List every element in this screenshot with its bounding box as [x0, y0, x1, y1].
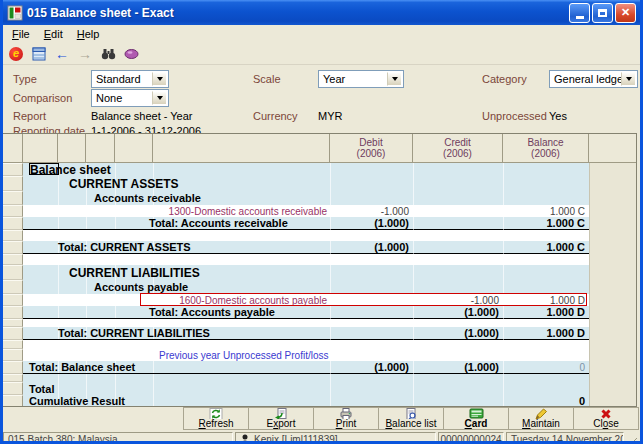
description-cell[interactable] [23, 254, 330, 265]
credit-cell[interactable] [413, 191, 503, 205]
table-row[interactable]: Total: CURRENT LIABILITIES(1.000)1.000 D [3, 327, 636, 340]
balance-cell[interactable] [503, 374, 589, 382]
balance-cell[interactable]: 1.000 C [503, 241, 589, 254]
row-header-cell[interactable] [3, 382, 23, 395]
balance-column-header[interactable]: Balance(2006) [503, 134, 589, 162]
debit-cell[interactable] [330, 349, 413, 361]
table-row[interactable]: Previous year Unprocessed Profit/loss [3, 349, 636, 361]
chevron-down-icon[interactable] [387, 72, 402, 86]
refresh-button[interactable]: Refresh [183, 407, 249, 430]
table-row[interactable]: Total [3, 382, 636, 395]
balance-cell[interactable] [503, 265, 589, 280]
row-header-cell[interactable] [3, 340, 23, 349]
row-header-cell[interactable] [3, 294, 23, 306]
credit-cell[interactable] [413, 217, 503, 230]
row-header-cell[interactable] [3, 361, 23, 374]
scale-select[interactable]: Year [318, 70, 404, 88]
description-cell[interactable]: CURRENT LIABILITIES [23, 265, 330, 280]
description-cell[interactable]: Accounts receivable [23, 191, 330, 205]
maximize-button[interactable] [592, 3, 613, 23]
debit-cell[interactable] [330, 254, 413, 265]
balance-cell[interactable] [503, 280, 589, 294]
credit-cell[interactable] [413, 280, 503, 294]
credit-cell[interactable] [413, 254, 503, 265]
balance-cell[interactable] [503, 191, 589, 205]
type-select[interactable]: Standard [91, 70, 169, 88]
row-header-cell[interactable] [3, 327, 23, 340]
table-row[interactable]: Accounts payable [3, 280, 636, 294]
description-cell[interactable]: 1300-Domestic accounts receivable [23, 205, 330, 217]
comparison-select[interactable]: None [91, 89, 169, 107]
credit-cell[interactable] [413, 265, 503, 280]
table-row[interactable] [3, 374, 636, 382]
debit-cell[interactable] [330, 306, 413, 319]
debit-cell[interactable] [330, 191, 413, 205]
resize-grip[interactable] [626, 432, 638, 444]
description-cell[interactable]: Cumulative Result [23, 395, 330, 407]
debit-cell[interactable] [330, 382, 413, 395]
table-row[interactable]: Total: Accounts receivable(1.000)1.000 C [3, 217, 636, 230]
balance-cell[interactable] [503, 340, 589, 349]
description-cell[interactable]: Total: CURRENT ASSETS [23, 241, 330, 254]
row-header-cell[interactable] [3, 254, 23, 265]
balance-cell[interactable]: 1.000 D [503, 306, 589, 319]
credit-cell[interactable]: (1.000) [413, 327, 503, 340]
row-header-cell[interactable] [3, 280, 23, 294]
balance-cell[interactable] [503, 176, 589, 191]
description-cell[interactable]: CURRENT ASSETS [23, 176, 330, 191]
debit-cell[interactable] [330, 319, 413, 327]
back-icon[interactable]: ← [53, 45, 71, 63]
credit-cell[interactable] [413, 163, 503, 176]
balance-list-button[interactable]: Balance list [378, 407, 444, 430]
credit-cell[interactable] [413, 230, 503, 241]
table-row[interactable] [3, 230, 636, 241]
close-button[interactable]: Close [573, 407, 639, 430]
row-header-cell[interactable] [3, 319, 23, 327]
row-header-cell[interactable] [3, 395, 23, 407]
chevron-down-icon[interactable] [152, 72, 167, 86]
balance-cell[interactable]: 1.000 C [503, 205, 589, 217]
exact-logo-icon[interactable]: e [7, 45, 25, 63]
debit-cell[interactable]: (1.000) [330, 361, 413, 374]
debit-cell[interactable] [330, 327, 413, 340]
row-header-cell[interactable] [3, 374, 23, 382]
table-row[interactable]: Total: Balance sheet(1.000)(1.000)0 [3, 361, 636, 374]
table-row[interactable] [3, 319, 636, 327]
debit-cell[interactable] [330, 265, 413, 280]
description-cell[interactable] [23, 340, 330, 349]
debit-cell[interactable] [330, 395, 413, 407]
balance-cell[interactable] [503, 319, 589, 327]
debit-cell[interactable] [330, 230, 413, 241]
description-cell[interactable]: Total: Accounts receivable [23, 217, 330, 230]
print-button[interactable]: Print [313, 407, 379, 430]
description-cell[interactable] [23, 230, 330, 241]
table-row[interactable]: Balance sheet [3, 163, 636, 176]
debit-cell[interactable] [330, 374, 413, 382]
table-row[interactable]: CURRENT ASSETS [3, 176, 636, 191]
card-button[interactable]: Card [443, 407, 509, 430]
table-row[interactable]: Total: CURRENT ASSETS(1.000)1.000 C [3, 241, 636, 254]
balance-cell[interactable]: 1.000 D [503, 327, 589, 340]
minimize-button[interactable] [569, 3, 590, 23]
credit-cell[interactable] [413, 241, 503, 254]
table-row[interactable] [3, 340, 636, 349]
credit-cell[interactable]: (1.000) [413, 306, 503, 319]
table-row[interactable]: CURRENT LIABILITIES [3, 265, 636, 280]
description-cell[interactable]: Total: Accounts payable [23, 306, 330, 319]
balance-cell[interactable] [503, 254, 589, 265]
grid-list-icon[interactable] [30, 45, 48, 63]
table-row[interactable]: 1600-Domestic accounts payable-1.0001.00… [3, 294, 636, 306]
balance-cell[interactable] [503, 349, 589, 361]
credit-cell[interactable] [413, 319, 503, 327]
menu-item-edit[interactable]: Edit [37, 27, 70, 41]
debit-cell[interactable]: (1.000) [330, 241, 413, 254]
category-select[interactable]: General ledger [549, 70, 638, 88]
balance-cell[interactable]: 0 [503, 395, 589, 407]
description-cell[interactable]: Total [23, 382, 330, 395]
menu-item-help[interactable]: Help [70, 27, 107, 41]
row-header-cell[interactable] [3, 265, 23, 280]
credit-cell[interactable] [413, 176, 503, 191]
row-header-cell[interactable] [3, 217, 23, 230]
binoculars-search-icon[interactable] [99, 45, 117, 63]
description-cell[interactable]: Accounts payable [23, 280, 330, 294]
